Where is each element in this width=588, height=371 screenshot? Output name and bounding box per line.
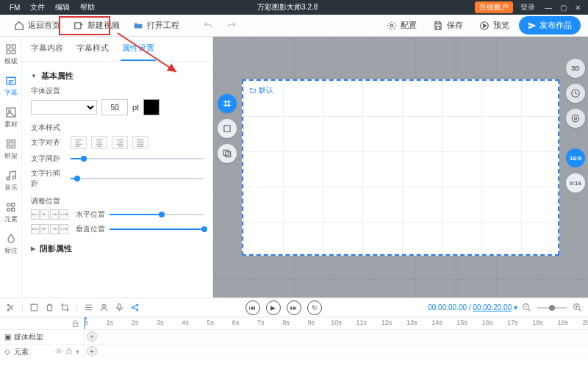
publish-button[interactable]: 发布作品 <box>519 16 581 35</box>
vpos-slider[interactable] <box>110 225 204 234</box>
tool-user-icon[interactable] <box>99 303 109 312</box>
ratio-9-16-button[interactable]: 9:16 <box>566 173 585 192</box>
ruler-mark: 15s <box>456 319 467 326</box>
config-button[interactable]: 配置 <box>380 17 423 34</box>
section-shadow[interactable]: ▶阴影属性 <box>31 243 204 254</box>
menu-file[interactable]: 文件 <box>25 2 50 12</box>
menu-edit[interactable]: 编辑 <box>50 2 75 12</box>
zoom-out-button[interactable] <box>522 303 531 312</box>
track-body-element[interactable]: + <box>85 345 588 359</box>
vlabel-frame: 框架 <box>4 151 18 161</box>
zoom-in-button[interactable] <box>573 303 582 312</box>
maximize-icon[interactable]: ▢ <box>557 4 569 12</box>
font-size-input[interactable]: 50 <box>101 99 128 115</box>
drop-icon <box>5 233 17 245</box>
loop-button[interactable]: ↻ <box>307 300 322 315</box>
align-center-button[interactable] <box>91 136 107 149</box>
tab-material[interactable]: 素材 <box>1 104 21 132</box>
canvas-center-button[interactable] <box>566 109 585 128</box>
preview-button[interactable]: 预览 <box>473 17 516 34</box>
svg-rect-4 <box>12 45 15 48</box>
skip-start-button[interactable]: ⏮ <box>245 300 260 315</box>
hpos-slider[interactable] <box>110 210 204 219</box>
track-head-element[interactable]: ◇ 元素 ▾ <box>0 345 85 359</box>
tool-zoomfit-icon[interactable] <box>29 303 39 312</box>
new-video-button[interactable]: 新建视频 <box>67 17 126 34</box>
tool-mic-icon[interactable] <box>115 303 124 312</box>
tab-frame[interactable]: 框架 <box>1 136 21 163</box>
label-position: 调整位置 <box>31 196 204 206</box>
skip-end-button[interactable]: ⏭ <box>287 300 301 315</box>
tab-element[interactable]: 元素 <box>1 199 21 226</box>
vpos-snap-buttons[interactable]: ⟸⇤⇥⟹ <box>31 224 68 234</box>
ruler-mark: 7s <box>257 319 265 326</box>
track-chevron-icon[interactable]: ▾ <box>76 347 79 356</box>
open-label: 打开工程 <box>147 20 179 31</box>
basic-label: 基本属性 <box>41 71 74 82</box>
save-button[interactable]: 保存 <box>426 17 470 34</box>
minimize-icon[interactable]: — <box>542 4 554 12</box>
vlabel-element: 元素 <box>4 215 18 224</box>
hpos-snap-buttons[interactable]: ⟸⇤⇥⟹ <box>31 209 68 220</box>
open-project-button[interactable]: 打开工程 <box>126 17 186 34</box>
align-left-icon <box>74 138 83 147</box>
menu-help[interactable]: 帮助 <box>75 2 100 12</box>
align-left-button[interactable] <box>71 136 87 149</box>
ruler-mark: 4s <box>182 319 189 326</box>
svg-rect-5 <box>7 50 10 54</box>
align-justify-button[interactable] <box>132 136 148 149</box>
zoom-slider[interactable] <box>537 307 567 309</box>
track-lock-icon[interactable] <box>65 347 73 355</box>
subtab-style[interactable]: 字幕样式 <box>75 43 110 61</box>
subtab-attrs[interactable]: 属性设置 <box>121 43 156 61</box>
canvas-grid-toggle[interactable] <box>218 94 237 113</box>
frame-label-text: 默认 <box>259 85 273 96</box>
undo-button[interactable] <box>196 18 220 34</box>
tool-share-icon[interactable] <box>130 303 140 312</box>
tool-crop-icon[interactable] <box>60 303 70 312</box>
save-icon <box>433 21 443 31</box>
tab-music[interactable]: 音乐 <box>1 168 21 195</box>
svg-point-16 <box>7 208 10 211</box>
tool-cut-icon[interactable] <box>6 303 15 312</box>
tool-align-icon[interactable] <box>84 303 93 312</box>
tool-trash-icon[interactable] <box>45 303 54 312</box>
play-button[interactable]: ▶ <box>266 300 281 315</box>
ruler[interactable]: 0s1s2s3s4s5s6s7s8s9s10s11s12s13s14s15s16… <box>85 317 588 329</box>
redo-button[interactable] <box>220 18 243 34</box>
char-spacing-slider[interactable] <box>71 154 204 163</box>
svg-rect-6 <box>12 50 15 54</box>
add-clip-media[interactable]: + <box>87 331 97 342</box>
time-duration[interactable]: 00:00:20.00 <box>473 303 512 311</box>
canvas-copy-button[interactable] <box>218 144 237 163</box>
section-basic[interactable]: ▼基本属性 <box>31 71 204 82</box>
subtab-content[interactable]: 字幕内容 <box>29 43 65 61</box>
canvas-area[interactable]: 默认 <box>213 37 588 298</box>
font-family-select[interactable] <box>31 100 97 115</box>
track-body-media[interactable]: + <box>85 330 588 344</box>
canvas-layers-button[interactable] <box>218 119 237 138</box>
hash-icon <box>222 98 232 109</box>
ruler-mark: 8s <box>282 319 290 326</box>
lock-icon[interactable] <box>71 320 79 328</box>
canvas-history-button[interactable] <box>566 84 585 103</box>
upgrade-button[interactable]: 升级账户 <box>475 1 513 13</box>
tab-annot[interactable]: 标注 <box>1 231 21 258</box>
subtitle-frame[interactable]: 默认 <box>242 79 559 256</box>
home-button[interactable]: 返回首页 <box>7 17 67 34</box>
label-char-spacing: 文字间距 <box>31 154 66 164</box>
font-color-swatch[interactable] <box>143 99 159 115</box>
ratio-16-9-button[interactable]: 16:9 <box>566 148 585 168</box>
tab-subtitle[interactable]: 字幕 <box>1 73 21 100</box>
align-right-button[interactable] <box>112 136 128 149</box>
close-icon[interactable]: ✕ <box>572 4 584 12</box>
canvas-3d-button[interactable]: 3D <box>566 59 585 78</box>
track-head-media[interactable]: ▣ 媒体框架 <box>0 330 85 344</box>
ruler-mark: 2s <box>132 319 139 326</box>
svg-point-14 <box>7 203 10 206</box>
add-clip-element[interactable]: + <box>87 346 97 356</box>
eye-icon[interactable] <box>55 347 62 355</box>
tab-template[interactable]: 模板 <box>1 41 21 68</box>
line-spacing-slider[interactable] <box>71 174 204 183</box>
login-button[interactable]: 登录 <box>516 2 539 12</box>
